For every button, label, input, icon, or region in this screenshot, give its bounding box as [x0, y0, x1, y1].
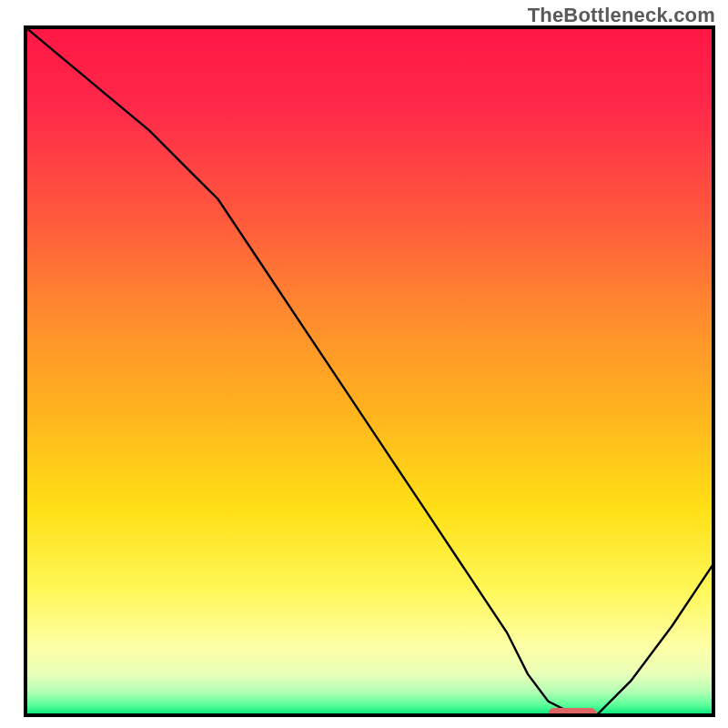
chart-stage: TheBottleneck.com	[0, 0, 728, 728]
bottleneck-chart	[0, 0, 728, 728]
watermark-text: TheBottleneck.com	[528, 4, 715, 27]
gradient-background	[25, 27, 713, 715]
